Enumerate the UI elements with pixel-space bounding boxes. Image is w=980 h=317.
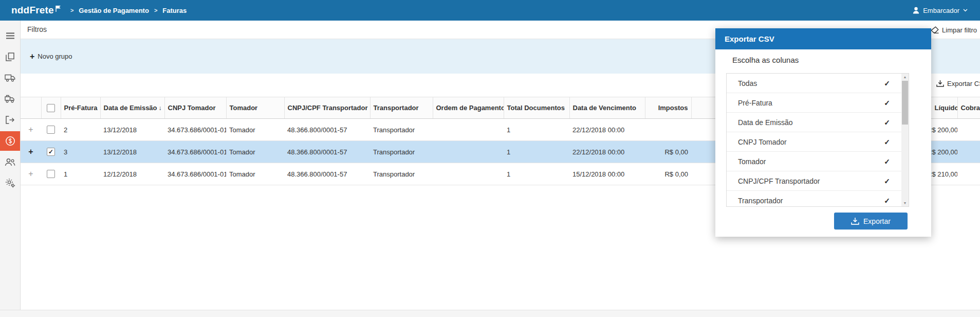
sidebar-item-menu[interactable] — [0, 26, 20, 45]
modal-subtitle: Escolha as colunas — [732, 56, 799, 64]
column-header-tomador[interactable]: Tomador — [226, 97, 284, 119]
check-icon: ✓ — [884, 99, 890, 107]
breadcrumb-faturas[interactable]: Faturas — [162, 7, 187, 14]
cell-data-vencimento: 22/12/2018 00:00 — [569, 119, 645, 141]
breadcrumb-gestao-pagamento[interactable]: Gestão de Pagamento — [79, 7, 149, 14]
sidebar-item-export[interactable] — [0, 110, 20, 130]
column-header-data-emissao[interactable]: Data de Emissão↓ — [100, 97, 164, 119]
row-checkbox[interactable] — [47, 170, 55, 178]
column-option-transportador[interactable]: Transportador ✓ — [727, 191, 909, 207]
row-checkbox[interactable]: ✓ — [47, 148, 55, 156]
cell-ordem-pagamento — [433, 163, 504, 185]
select-all-checkbox[interactable] — [47, 104, 55, 112]
cell-transportador: Transportador — [370, 163, 433, 185]
cell-total-documentos: 1 — [504, 141, 569, 163]
column-header-ordem-pagamento[interactable]: Ordem de Pagamento — [433, 97, 504, 119]
check-icon: ✓ — [884, 79, 890, 87]
cell-data-emissao: 13/12/2018 — [100, 119, 164, 141]
cell-total-documentos: 1 — [504, 119, 569, 141]
scrollbar-thumb[interactable] — [902, 81, 908, 125]
column-option-cnpj-tomador[interactable]: CNPJ Tomador ✓ — [727, 132, 909, 152]
cell-pre-fatura: 1 — [61, 163, 100, 185]
sidebar-item-documents[interactable] — [0, 47, 20, 66]
cell-impostos: R$ 0,00 — [645, 141, 691, 163]
check-icon: ✓ — [884, 197, 890, 205]
cell-cnpj-tomador: 34.673.686/0001-01 — [164, 119, 226, 141]
row-checkbox[interactable] — [47, 126, 55, 134]
check-icon: ✓ — [48, 148, 53, 155]
column-header-transportador[interactable]: Transportador — [370, 97, 433, 119]
user-icon — [913, 7, 919, 14]
cell-total-documentos: 1 — [504, 163, 569, 185]
scroll-up-arrow[interactable]: ▲ — [901, 74, 909, 80]
settings-gears-icon — [5, 178, 15, 188]
column-header-impostos[interactable]: Impostos — [645, 97, 691, 119]
cell-tomador: Tomador — [226, 119, 284, 141]
new-group-button[interactable]: + Novo grupo — [30, 52, 72, 61]
sidebar-item-users[interactable] — [0, 152, 20, 172]
cell-pre-fatura: 3 — [61, 141, 100, 163]
chevron-down-icon — [963, 9, 968, 12]
sidebar-item-settings[interactable] — [0, 173, 20, 193]
payments-icon — [5, 136, 15, 146]
sidebar-item-truck[interactable] — [0, 68, 20, 87]
expand-row-icon[interactable]: + — [27, 169, 34, 179]
cell-impostos — [645, 119, 691, 141]
sidebar-item-truck-delivery[interactable] — [0, 89, 20, 109]
sidebar-item-payments[interactable] — [0, 131, 20, 151]
cell-tomador: Tomador — [226, 141, 284, 163]
column-header-cnpj-cpf-transportador[interactable]: CNPJ/CPF Transportador — [284, 97, 370, 119]
cell-cnpj-tomador: 34.673.686/0001-01 — [164, 163, 226, 185]
logo-flag-icon — [56, 5, 61, 12]
menu-icon — [6, 32, 15, 39]
column-header-cnpj-tomador[interactable]: CNPJ Tomador — [164, 97, 226, 119]
column-option-data-emissao[interactable]: Data de Emissão ✓ — [727, 113, 909, 132]
cell-cobranca — [957, 141, 980, 163]
new-group-label: Novo grupo — [38, 52, 72, 60]
column-header-cobranca[interactable]: Cobra — [957, 97, 980, 119]
user-menu[interactable]: Embarcador — [913, 0, 968, 21]
check-icon: ✓ — [884, 177, 890, 185]
column-option-tomador[interactable]: Tomador ✓ — [727, 152, 909, 171]
expand-row-icon[interactable]: + — [27, 147, 34, 156]
users-icon — [5, 158, 15, 166]
check-icon: ✓ — [884, 157, 890, 166]
modal-title: Exportar CSV — [725, 34, 774, 43]
column-header-pre-fatura[interactable]: Pré-Fatura — [61, 97, 100, 119]
cell-ordem-pagamento — [433, 119, 504, 141]
sidebar — [0, 21, 21, 310]
export-button-label: Exportar — [863, 217, 891, 225]
app-root: nddFrete > Gestão de Pagamento > Faturas… — [0, 0, 980, 317]
column-header-data-vencimento[interactable]: Data de Vencimento — [569, 97, 645, 119]
checkbox-cell — [41, 119, 61, 141]
eraser-icon — [931, 26, 939, 33]
modal-list-scrollbar[interactable]: ▲ ▼ — [901, 74, 909, 206]
export-button[interactable]: Exportar — [834, 213, 908, 230]
cell-transportador: Transportador — [370, 141, 433, 163]
checkbox-cell — [41, 163, 61, 185]
cell-cnpj-tomador: 34.673.686/0001-01 — [164, 141, 226, 163]
export-csv-link[interactable]: Exportar CSV — [936, 76, 980, 91]
cell-data-vencimento: 15/12/2018 00:00 — [569, 163, 645, 185]
clear-filter-button[interactable]: Limpar filtro — [931, 21, 977, 39]
cell-data-emissao: 12/12/2018 — [100, 163, 164, 185]
column-header-total-documentos[interactable]: Total Documentos — [504, 97, 569, 119]
user-menu-label: Embarcador — [923, 7, 959, 14]
documents-icon — [6, 52, 14, 61]
clear-filter-label: Limpar filtro — [942, 26, 977, 34]
breadcrumb: > Gestão de Pagamento > Faturas — [70, 7, 187, 14]
expand-row-icon[interactable]: + — [27, 125, 34, 134]
sort-descending-icon: ↓ — [159, 104, 162, 112]
check-icon: ✓ — [884, 138, 890, 146]
cell-cnpj-cpf-transportador: 48.366.800/0001-57 — [284, 119, 370, 141]
horizontal-scrollbar[interactable] — [0, 310, 980, 317]
scroll-down-arrow[interactable]: ▼ — [901, 200, 909, 206]
column-option-todas[interactable]: Todas ✓ — [727, 74, 909, 93]
cell-cnpj-cpf-transportador: 48.366.800/0001-57 — [284, 141, 370, 163]
cell-cnpj-cpf-transportador: 48.366.800/0001-57 — [284, 163, 370, 185]
cell-ordem-pagamento — [433, 141, 504, 163]
column-option-pre-fatura[interactable]: Pré-Fatura ✓ — [727, 93, 909, 113]
checkbox-cell: ✓ — [41, 141, 61, 163]
column-option-cnpj-cpf-transportador[interactable]: CNPJ/CPF Transportador ✓ — [727, 171, 909, 191]
cell-cobranca — [957, 163, 980, 185]
